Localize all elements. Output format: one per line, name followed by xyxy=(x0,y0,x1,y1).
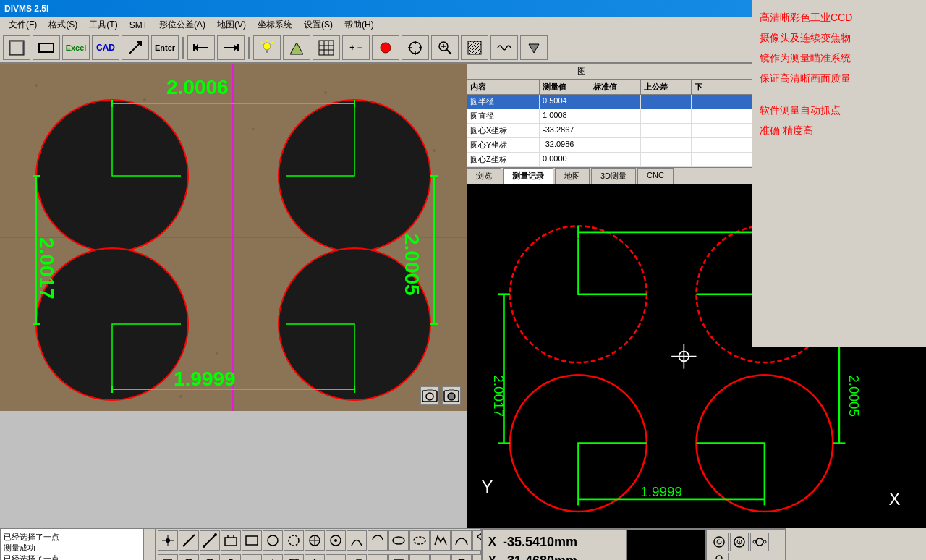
camera-view[interactable]: 2.0006 2.0005 2.0017 1.9999 xyxy=(0,64,467,411)
tool-circle-cross[interactable] xyxy=(305,530,325,551)
svg-text:2.0017: 2.0017 xyxy=(35,237,58,300)
td-content-0: 圆半径 xyxy=(467,95,540,109)
thumbnail-view xyxy=(626,529,706,560)
td-lower-0 xyxy=(692,95,742,109)
tool-r6[interactable] xyxy=(263,554,283,560)
svg-point-52 xyxy=(179,395,182,398)
tool-rect[interactable] xyxy=(242,530,262,551)
th-measured: 测量值 xyxy=(540,80,590,94)
toolbar-btn-down[interactable] xyxy=(520,35,548,60)
td-lower-4 xyxy=(692,153,742,166)
toolbar-btn-arrow-right[interactable] xyxy=(217,35,245,60)
app-title: DIVMS 2.5I xyxy=(4,4,48,14)
tool-curve[interactable] xyxy=(451,530,472,551)
camera-svg: 2.0006 2.0005 2.0017 1.9999 xyxy=(0,64,467,411)
coord-x-row: X -35.5410mm xyxy=(488,533,620,551)
menu-map[interactable]: 地图(V) xyxy=(211,17,252,33)
svg-point-112 xyxy=(203,545,205,548)
svg-point-258 xyxy=(714,537,724,547)
tool-circle[interactable] xyxy=(263,530,283,551)
toolbar-btn-excel[interactable]: Excel xyxy=(62,35,90,60)
camera-icon-1[interactable] xyxy=(420,386,439,405)
toolbar-btn-plusminus[interactable]: + − xyxy=(342,35,370,60)
td-content-3: 圆心Y坐标 xyxy=(467,138,540,152)
toolbar-btn-light[interactable] xyxy=(253,35,281,60)
toolbar-btn-crosshair[interactable] xyxy=(402,35,429,60)
ctrl-btn-3[interactable] xyxy=(750,533,769,551)
tool-circle3[interactable] xyxy=(326,530,346,551)
svg-point-263 xyxy=(756,538,763,546)
toolbar-btn-arrow-diag[interactable] xyxy=(122,35,149,60)
ctrl-btn-1[interactable] xyxy=(710,533,729,551)
tool-r14[interactable] xyxy=(430,554,451,560)
td-lower-2 xyxy=(692,124,742,137)
svg-point-118 xyxy=(268,535,278,546)
tool-point[interactable] xyxy=(158,530,178,551)
svg-point-126 xyxy=(414,537,425,544)
menu-smt[interactable]: SMT xyxy=(124,19,153,32)
menu-format[interactable]: 格式(S) xyxy=(43,17,83,33)
toolbar-btn-0[interactable] xyxy=(3,35,30,60)
tab-3d[interactable]: 3D测量 xyxy=(591,168,636,184)
toolbar-btn-dot[interactable] xyxy=(372,35,399,60)
menu-file[interactable]: 文件(F) xyxy=(3,17,43,33)
th-lower: 下 xyxy=(692,80,742,94)
tool-ellipse2[interactable] xyxy=(409,530,430,551)
tab-browse[interactable]: 浏览 xyxy=(467,168,501,184)
svg-line-110 xyxy=(183,535,195,546)
tool-box[interactable] xyxy=(221,530,241,551)
toolbar-btn-1[interactable] xyxy=(33,35,60,60)
toolbar-btn-grid[interactable] xyxy=(313,35,340,60)
ctrl-btn-4[interactable] xyxy=(710,553,729,560)
menu-tools[interactable]: 工具(T) xyxy=(83,17,123,33)
menu-help[interactable]: 帮助(H) xyxy=(339,17,380,33)
tool-arc2[interactable] xyxy=(368,530,388,551)
svg-point-113 xyxy=(214,533,217,536)
tool-r11[interactable] xyxy=(368,554,388,560)
log-scrollbar[interactable] xyxy=(143,529,155,560)
toolbar-btn-enter[interactable]: Enter xyxy=(151,35,179,60)
svg-text:2.0017: 2.0017 xyxy=(491,375,506,417)
td-standard-2 xyxy=(590,124,641,137)
toolbar-btn-wave[interactable] xyxy=(490,35,518,60)
tool-ellipse[interactable] xyxy=(388,530,409,551)
toolbar-btn-cad[interactable]: CAD xyxy=(92,35,119,60)
tool-r10[interactable] xyxy=(347,554,367,560)
svg-point-80 xyxy=(448,393,455,400)
menu-settings[interactable]: 设置(S) xyxy=(298,17,339,33)
toolbar-btn-hatch[interactable] xyxy=(461,35,488,60)
coord-y-row: Y -31.4680mm xyxy=(488,551,620,560)
svg-line-36 xyxy=(475,48,481,54)
promo-line-6: 准确 精度高 xyxy=(760,120,919,140)
tool-multi[interactable] xyxy=(430,530,451,551)
ctrl-btn-2[interactable] xyxy=(730,533,749,551)
tool-r7[interactable] xyxy=(284,554,304,560)
tool-r1[interactable] xyxy=(158,554,178,560)
tool-arc[interactable] xyxy=(347,530,367,551)
menu-tolerance[interactable]: 形位公差(A) xyxy=(153,17,211,33)
tool-circle2[interactable] xyxy=(284,530,304,551)
tool-line-seg[interactable] xyxy=(200,530,220,551)
toolbar-btn-arrow-left[interactable] xyxy=(187,35,215,60)
tool-r15[interactable] xyxy=(451,554,472,560)
toolbar-sep-1 xyxy=(182,37,184,59)
tool-r5[interactable] xyxy=(242,554,262,560)
menu-coord-system[interactable]: 坐标系统 xyxy=(252,17,298,33)
svg-point-119 xyxy=(289,535,299,546)
tool-r2[interactable] xyxy=(179,554,199,560)
tab-map[interactable]: 地图 xyxy=(555,168,590,184)
tool-r3[interactable] xyxy=(200,554,220,560)
tool-r9[interactable] xyxy=(326,554,346,560)
tab-cnc[interactable]: CNC xyxy=(637,168,674,184)
tool-r12[interactable] xyxy=(388,554,409,560)
tab-measure-log[interactable]: 测量记录 xyxy=(503,168,553,184)
toolbar-btn-zoom[interactable] xyxy=(431,35,459,60)
camera-icon-2[interactable] xyxy=(442,386,461,405)
tool-r13[interactable]: T xyxy=(409,554,430,560)
tool-line[interactable] xyxy=(179,530,199,551)
svg-rect-81 xyxy=(449,389,454,391)
coord-x-value: -35.5410mm xyxy=(503,535,577,550)
tool-r8[interactable] xyxy=(305,554,325,560)
toolbar-btn-surface[interactable] xyxy=(283,35,310,60)
tool-r4[interactable] xyxy=(221,554,241,560)
